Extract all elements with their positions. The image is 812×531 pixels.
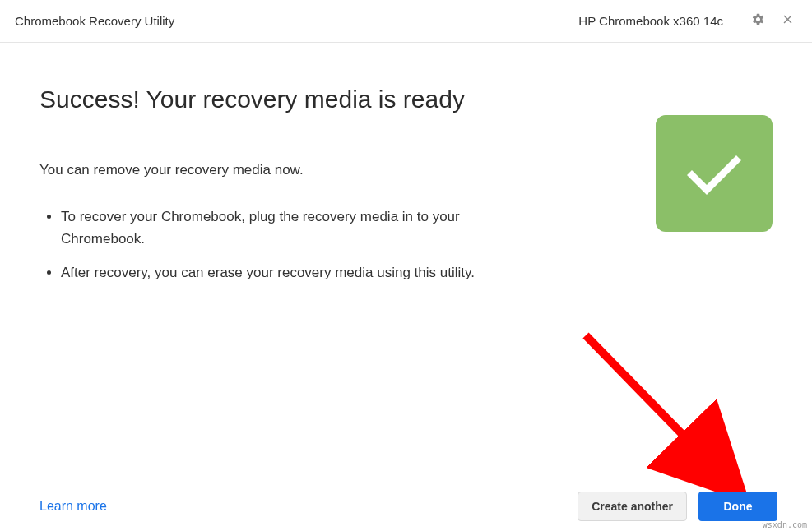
subtitle: You can remove your recovery media now. [39,159,533,181]
svg-line-2 [586,335,716,469]
device-name: HP Chromebook x360 14c [578,14,723,28]
instruction-item: After recovery, you can erase your recov… [61,261,517,284]
annotation-arrow [576,329,749,493]
instruction-item: To recover your Chromebook, plug the rec… [61,205,517,250]
close-icon [781,12,795,30]
gear-icon [751,12,765,30]
content-area: Success! Your recovery media is ready Yo… [0,43,812,284]
close-button[interactable] [777,12,797,31]
page-title: Success! Your recovery media is ready [39,85,773,113]
instructions-list: To recover your Chromebook, plug the rec… [39,205,517,284]
success-tile [656,115,773,232]
app-header: Chromebook Recovery Utility HP Chromeboo… [0,0,812,43]
done-button[interactable]: Done [698,492,777,521]
create-another-button[interactable]: Create another [578,492,687,521]
attribution-text: wsxdn.com [763,520,807,529]
app-title: Chromebook Recovery Utility [15,14,174,28]
settings-button[interactable] [748,12,768,31]
footer: Learn more Create another Done [0,492,812,521]
learn-more-link[interactable]: Learn more [39,499,107,514]
checkmark-icon [687,149,741,198]
svg-marker-0 [687,155,741,195]
